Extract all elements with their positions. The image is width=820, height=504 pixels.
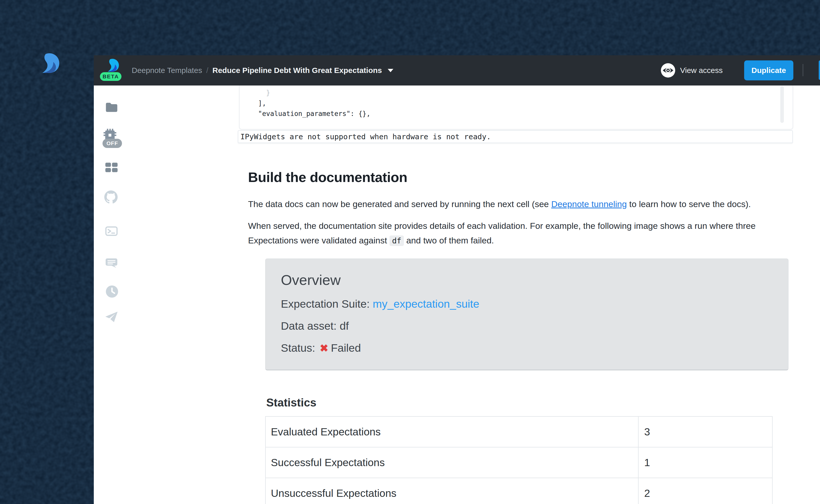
paragraph-validation: When served, the documentation site prov… bbox=[248, 219, 809, 248]
stat-label: Successful Expectations bbox=[266, 447, 638, 478]
stat-label: Unsuccessful Expectations bbox=[266, 478, 638, 504]
overview-card: Overview Expectation Suite: my_expectati… bbox=[265, 259, 789, 370]
comments-icon[interactable] bbox=[105, 257, 118, 270]
terminal-icon[interactable] bbox=[105, 224, 118, 238]
inline-code-df: df bbox=[390, 235, 404, 246]
code-line: ], bbox=[250, 98, 793, 109]
deepnote-tunneling-link[interactable]: Deepnote tunneling bbox=[551, 199, 627, 209]
asset-value: df bbox=[340, 320, 349, 332]
topbar-divider bbox=[803, 64, 803, 76]
table-row: Unsuccessful Expectations 2 bbox=[266, 478, 772, 504]
asset-label: Data asset: bbox=[281, 320, 340, 332]
suite-label: Expectation Suite: bbox=[281, 298, 373, 310]
section-heading: Build the documentation bbox=[248, 169, 407, 185]
history-icon[interactable] bbox=[105, 285, 119, 298]
chevron-down-icon[interactable] bbox=[388, 69, 393, 72]
status-value: Failed bbox=[331, 342, 361, 354]
stream-output-text: IPyWidgets are not supported when hardwa… bbox=[241, 132, 491, 141]
para2-line2: Expectations were validated against bbox=[248, 235, 390, 245]
failed-x-icon: ✖ bbox=[320, 342, 329, 354]
eye-icon bbox=[661, 63, 676, 78]
para1-text: The data docs can now be generated and s… bbox=[248, 199, 551, 209]
workspace-panel: BETA Deepnote Templates / Reduce Pipelin… bbox=[94, 55, 820, 504]
statistics-title: Statistics bbox=[266, 396, 317, 409]
para2-line1: When served, the documentation site prov… bbox=[248, 221, 756, 231]
table-row: Evaluated Expectations 3 bbox=[266, 416, 772, 447]
breadcrumb[interactable]: Deepnote Templates bbox=[132, 66, 202, 75]
sidebar-item-blocks[interactable] bbox=[105, 161, 118, 174]
paragraph-data-docs: The data docs can now be generated and s… bbox=[248, 197, 809, 211]
view-access-button[interactable]: View access bbox=[661, 55, 723, 85]
deepnote-header-logo[interactable]: BETA bbox=[100, 59, 122, 82]
output-scrollbar[interactable] bbox=[780, 86, 784, 123]
status-label: Status: bbox=[281, 342, 318, 354]
json-output: } ], "evaluation_parameters": {}, bbox=[250, 88, 793, 119]
expectation-suite-line: Expectation Suite: my_expectation_suite bbox=[281, 298, 788, 310]
publish-icon[interactable] bbox=[105, 310, 118, 324]
statistics-table: Evaluated Expectations 3 Successful Expe… bbox=[265, 416, 773, 504]
sidebar-item-files[interactable] bbox=[105, 101, 118, 114]
stat-value: 3 bbox=[638, 416, 772, 447]
project-title[interactable]: Reduce Pipeline Debt With Great Expectat… bbox=[213, 66, 382, 75]
table-row: Successful Expectations 1 bbox=[266, 447, 772, 478]
stat-label: Evaluated Expectations bbox=[266, 416, 638, 447]
para2-line2-after: and two of them failed. bbox=[404, 235, 494, 245]
breadcrumb-separator: / bbox=[206, 66, 208, 75]
code-line: "evaluation_parameters": {}, bbox=[250, 109, 793, 119]
deepnote-app: { "colors": { "background_navy": "#0b1b2… bbox=[0, 0, 820, 504]
stream-output-cell: IPyWidgets are not supported when hardwa… bbox=[238, 130, 793, 143]
duplicate-button[interactable]: Duplicate bbox=[744, 60, 793, 80]
para1-text-after: to learn how to serve the docs). bbox=[627, 199, 751, 209]
topbar: BETA Deepnote Templates / Reduce Pipelin… bbox=[94, 55, 820, 85]
code-line: } bbox=[250, 88, 793, 98]
data-asset-line: Data asset: df bbox=[281, 320, 788, 332]
code-output-cell[interactable]: } ], "evaluation_parameters": {}, bbox=[239, 85, 793, 130]
github-icon[interactable] bbox=[104, 190, 118, 204]
notebook-content: OFF bbox=[94, 85, 820, 504]
overview-title: Overview bbox=[281, 272, 788, 288]
status-line: Status: ✖Failed bbox=[281, 342, 788, 354]
edge-cutoff-button[interactable] bbox=[819, 60, 820, 80]
deepnote-mark-icon bbox=[104, 59, 121, 73]
suite-value-link: my_expectation_suite bbox=[373, 298, 479, 310]
beta-badge: BETA bbox=[100, 72, 121, 81]
stat-value: 1 bbox=[638, 447, 772, 478]
view-access-label: View access bbox=[680, 66, 723, 75]
machine-off-badge[interactable]: OFF bbox=[102, 139, 122, 148]
stat-value: 2 bbox=[638, 478, 772, 504]
deepnote-logo bbox=[38, 52, 60, 76]
